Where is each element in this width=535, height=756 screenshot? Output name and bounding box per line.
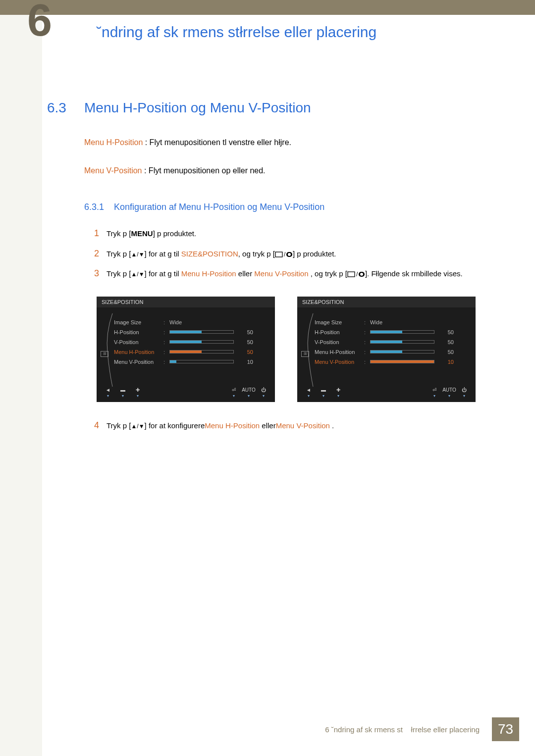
osd-row-hposition: H-Position: 50 (114, 327, 264, 337)
svg-rect-0 (275, 252, 282, 257)
chapter-title: ˘ndring af sk rmens stłrrelse eller plac… (97, 24, 515, 41)
section-title: Menu H-Position og Menu V-Position (84, 100, 311, 116)
v: 50 (442, 349, 454, 355)
osd-title: SIZE&POSITION (297, 297, 476, 307)
page-content: ˘ndring af sk rmens stłrrelse eller plac… (47, 15, 515, 716)
t: eller (260, 421, 276, 430)
osd-btn-power: ⏻▾ (457, 387, 472, 397)
step-num: 2 (94, 245, 107, 262)
osd-screenshot-pair: SIZE&POSITION ⊞ Image Size: Wide H-Posit… (97, 297, 515, 402)
updown-icon: ▲/▼ (131, 270, 144, 277)
osd-row-vposition: V-Position: 50 (114, 337, 264, 347)
section-heading: 6.3 Menu H-Position og Menu V-Position (47, 100, 515, 116)
t: eller (236, 269, 255, 278)
ft2: łrrelse eller placering (411, 725, 480, 734)
osd-footer: ◄▾ ▬▾ ✚▾ ⏎▾ AUTO▾ ⏻▾ (97, 384, 275, 402)
l: H-Position (114, 329, 163, 335)
osd-panel-left: SIZE&POSITION ⊞ Image Size: Wide H-Posit… (97, 297, 275, 402)
osd-btn-enter: ⏎▾ (226, 387, 241, 397)
svg-rect-3 (288, 253, 291, 256)
menu-key: MENU (131, 229, 153, 238)
step-num: 1 (94, 225, 107, 242)
osd-btn-enter: ⏎▾ (427, 387, 442, 397)
svg-rect-4 (348, 272, 355, 277)
svg-text:/: / (356, 271, 358, 278)
l: Image Size (315, 319, 364, 325)
t: Tryk p [ (107, 421, 131, 430)
v: 10 (442, 359, 454, 365)
v: 50 (241, 339, 253, 345)
osd-bracket-curve (306, 313, 314, 388)
desc1-label: Menu H-Position (84, 138, 143, 147)
osd-row-hposition: H-Position: 50 (315, 327, 465, 337)
osd-bracket-curve (106, 313, 113, 388)
l: Menu H-Position (315, 349, 364, 355)
t: ] p produktet. (293, 250, 336, 258)
step-list-cont: 4 Tryk p [▲/▼] for at konfigurereMenu H-… (94, 417, 515, 434)
step-list: 1 Tryk p [MENU] p produktet. 2 Tryk p [▲… (94, 225, 515, 282)
size-position-label: SIZE&POSITION (181, 250, 238, 258)
svg-text:/: / (284, 251, 286, 258)
menu-h-label: Menu H-Position (205, 421, 260, 430)
osd-row-image-size: Image Size: Wide (315, 317, 465, 327)
desc1-text: : Flyt menupositionen tl venstre eller h… (143, 138, 291, 147)
v: 50 (241, 329, 253, 335)
osd-btn-minus: ▬▾ (316, 387, 331, 397)
osd-row-menu-v: Menu V-Position: 10 (315, 357, 465, 367)
menu-v-label: Menu V-Position (276, 421, 330, 430)
step-4: 4 Tryk p [▲/▼] for at konfigurereMenu H-… (94, 417, 515, 434)
v: 50 (442, 339, 454, 345)
osd-btn-auto: AUTO▾ (442, 387, 457, 397)
t: , og tryk p [ (238, 250, 275, 258)
updown-icon: ▲/▼ (131, 423, 144, 430)
osd-row-vposition: V-Position: 50 (315, 337, 465, 347)
osd-category-icon: ⊞ (301, 351, 309, 357)
osd-category-icon: ⊞ (101, 351, 108, 357)
l: Image Size (114, 319, 163, 325)
osd-btn-auto: AUTO▾ (241, 387, 256, 397)
t: ] for at g til (145, 250, 181, 258)
l: V-Position (114, 339, 163, 345)
menu-h-label: Menu H-Position (181, 269, 236, 278)
desc-2: Menu V-Position : Flyt menupositionen op… (84, 164, 515, 177)
desc2-text: : Flyt menupositionen op eller ned. (142, 166, 266, 175)
t: ]. Fłlgende sk rmbillede vises. (365, 269, 463, 278)
t: Tryk p [ (107, 250, 131, 258)
v: Wide (370, 319, 382, 325)
step-num: 4 (94, 417, 107, 434)
osd-title: SIZE&POSITION (97, 297, 275, 307)
l: Menu V-Position (315, 359, 364, 365)
l: Menu H-Position (114, 349, 163, 355)
source-enter-icon: / (347, 271, 365, 278)
section-number: 6.3 (47, 100, 84, 116)
t: . (330, 421, 334, 430)
osd-btn-plus: ✚▾ (331, 387, 346, 397)
t: ] for at konfigurere (145, 421, 205, 430)
t: , og tryk p [ (309, 269, 347, 278)
step-num: 3 (94, 265, 107, 282)
t: Tryk p [ (107, 229, 131, 238)
subsection-heading: 6.3.1 Konfiguration af Menu H-Position o… (84, 202, 515, 212)
chapter-number-badge: 6 (27, 5, 52, 36)
desc2-label: Menu V-Position (84, 166, 142, 175)
v: Wide (169, 319, 182, 325)
osd-btn-plus: ✚▾ (130, 387, 145, 397)
menu-v-label: Menu V-Position (254, 269, 308, 278)
osd-row-menu-h: Menu H-Position: 50 (114, 347, 264, 357)
subsection-title: Konfiguration af Menu H-Position og Menu… (114, 202, 324, 212)
top-bar (0, 0, 535, 15)
step-1: 1 Tryk p [MENU] p produktet. (94, 225, 515, 242)
osd-btn-minus: ▬▾ (115, 387, 130, 397)
osd-footer: ◄▾ ▬▾ ✚▾ ⏎▾ AUTO▾ ⏻▾ (297, 384, 476, 402)
left-margin-stripe (0, 15, 42, 756)
l: V-Position (315, 339, 364, 345)
l: H-Position (315, 329, 364, 335)
svg-rect-7 (360, 273, 363, 276)
osd-btn-back: ◄▾ (101, 387, 115, 397)
v: 50 (241, 349, 253, 355)
v: 50 (442, 329, 454, 335)
updown-icon: ▲/▼ (131, 251, 144, 257)
subsection-number: 6.3.1 (84, 202, 114, 212)
t: Tryk p [ (107, 269, 131, 278)
step-3: 3 Tryk p [▲/▼] for at g til Menu H-Posit… (94, 265, 515, 282)
